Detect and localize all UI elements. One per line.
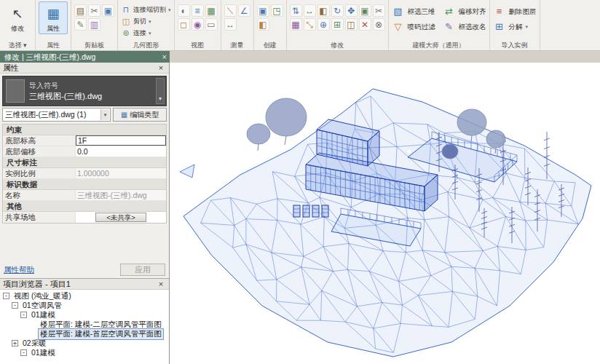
offset-tool-icon[interactable]: ↔ [304,4,316,17]
join-unjoin-tool-icon[interactable]: ⊗ [373,18,385,31]
tool-label: 剪切 [133,17,146,26]
tool-label: 分解 [509,23,523,32]
apply-button[interactable]: 应用 [120,264,165,276]
property-value[interactable]: 1F [76,135,166,146]
property-label: 底部偏移 [3,146,76,157]
thin-lines-tool-icon[interactable]: ≡ [192,4,204,17]
hide-element-tool-icon[interactable]: ◻ [178,18,190,31]
chevron-down-icon[interactable]: ▾ [100,109,109,120]
cope-tool[interactable]: ⊓连接端切割▾ [121,4,171,15]
pin-tool-icon[interactable]: ⊞ [331,18,344,31]
tree-item-label: 01建模 [29,347,58,359]
dimension-tool-icon[interactable]: ↔ [224,18,237,31]
reveal-hidden-tool-icon[interactable]: ◉ [192,18,204,31]
property-row: 实例比例1.000000 [3,168,166,179]
tree-leaf-spacer [29,331,36,337]
edit-type-button[interactable]: ▦ 编辑类型 [113,108,167,122]
properties-help-link[interactable]: 属性帮助 [4,265,34,275]
project-browser-header: 项目浏览器 - 项目1 × [0,279,169,290]
tool-label: 偏移对齐 [459,7,486,17]
join-geometry-tool-icon: ⊚ [121,28,131,38]
measure-tool-icon[interactable]: ⟍ [224,4,237,17]
collapse-icon[interactable]: - [12,302,18,309]
properties-toggle[interactable]: ▦属性 [39,1,68,34]
panel-label-properties: 属性 [39,40,68,50]
property-value: <未共享> [76,212,166,223]
explode-button[interactable]: ⊞分解▾ [493,20,537,33]
collapse-icon[interactable]: - [20,349,27,356]
match-properties-tool-icon[interactable]: ▥ [88,18,100,31]
instance-filter-combo[interactable]: 三维视图-(三维).dwg (1) ▾ [2,108,111,122]
properties-title: 属性 [3,63,19,74]
box-select-3d-button[interactable]: ▧框选三维 [392,5,435,18]
property-value: 三维视图-(三维).dwg [76,190,166,200]
array-tool-icon[interactable]: ▦ [290,18,302,31]
3d-model-canvas[interactable] [170,63,600,364]
type-name: 三维视图-(三维).dwg [29,91,102,102]
properties-palette-header: 属性 × [0,63,169,74]
mirror-tool-icon[interactable]: ◧ [317,4,330,17]
shared-site-button[interactable]: <未共享> [95,213,146,222]
collapse-icon[interactable]: - [20,312,27,318]
unpin-tool-icon[interactable]: ◫ [345,18,358,31]
property-section-约束: 约束 [3,124,166,135]
panel-label-geometry: 几何图形 [121,40,171,50]
project-browser: 项目浏览器 - 项目1 × -视图 (鸿业_暖通)-01空调风管-01建模楼层平… [0,278,169,364]
match-type-tool-icon[interactable]: ✎ [74,18,87,31]
crop-view-tool-icon[interactable]: ▭ [205,18,218,31]
trim-tool-icon[interactable]: ⊕ [317,18,330,31]
copy-tool-icon[interactable]: ▣ [102,4,114,17]
close-icon[interactable]: × [156,63,166,72]
project-browser-tree: -视图 (鸿业_暖通)-01空调风管-01建模楼层平面: 建模-二层空调风管平面… [0,290,169,364]
offset-align-button[interactable]: ⇄偏移对齐 [443,5,486,18]
chevron-down-icon: ▾ [149,19,151,25]
cut-geometry-tool-icon: ◫ [121,17,131,26]
panel-label-create: 创建 [257,40,283,50]
ribbon-panel-clipboard: ▤✂▣✎▥剪贴板 [71,0,118,50]
scale-tool-icon[interactable]: ⤡ [304,18,316,31]
tree-item[interactable]: +02采暖 [1,339,169,348]
visibility-tool-icon[interactable]: ◐ [178,4,190,17]
delete-tool-icon[interactable]: ✕ [359,18,371,31]
close-icon[interactable]: × [162,51,167,63]
create-group-tool-icon[interactable]: ▣ [257,4,269,17]
close-icon[interactable]: × [156,280,166,288]
split-tool-icon[interactable]: ✂ [373,4,385,17]
type-selector[interactable]: 导入符号 三维视图-(三维).dwg ▾ [2,76,167,106]
instance-filter-value: 三维视图-(三维).dwg (1) [5,110,86,119]
left-dock: 属性 × 导入符号 三维视图-(三维).dwg ▾ 三维视图-(三维).dwg … [0,63,170,364]
ribbon-panel-modify: ⇅↔◧↻✥▣✂▦⤡⊕⊞◫✕⊗修改 [287,0,389,50]
property-value[interactable]: 0.0 [76,146,166,157]
property-section-标识数据: 标识数据 [3,179,166,190]
delete-layers-button[interactable]: ≡删除图层 [493,5,537,18]
cut-tool-icon[interactable]: ✂ [88,4,100,17]
join-geometry-tool[interactable]: ⊚连接▾ [121,28,171,39]
modify-tool[interactable]: ↖修改 [3,1,32,34]
box-rename-button[interactable]: ✎框选改名 [443,20,486,33]
type-category: 导入符号 [29,81,102,91]
tree-item[interactable]: -01建模 [1,348,169,357]
properties-grid: 约束底部标高1F底部偏移0.0尺寸标注实例比例1.000000标识数据名称三维视… [2,124,167,223]
3d-viewport[interactable] [170,63,600,364]
tool-label: 框选三维 [408,7,435,17]
property-row: 名称三维视图-(三维).dwg [3,190,166,201]
tool-label: 连接 [133,28,146,38]
expand-icon[interactable]: + [12,340,18,347]
rotate-tool-icon[interactable]: ↻ [331,4,344,17]
angle-measure-tool-icon[interactable]: ∠ [238,4,250,17]
properties-footer: 属性帮助 应用 [0,261,169,278]
cut-geometry-tool[interactable]: ◫剪切▾ [121,16,171,27]
collapse-icon[interactable]: - [3,293,9,299]
move-tool-icon[interactable]: ✥ [345,4,358,17]
legend-tool-icon[interactable]: ◧ [257,18,269,31]
chevron-down-icon[interactable]: ▾ [156,78,165,104]
graphics-tool-icon[interactable]: ▦ [205,4,218,17]
explode-button-icon: ⊞ [493,20,506,33]
filter-select-button[interactable]: ▽喷码过滤 [392,20,435,33]
create-similar-tool-icon[interactable]: ◳ [271,4,283,17]
tree-item[interactable]: -01空调风管 [1,301,169,310]
align-tool-icon[interactable]: ⇅ [290,4,302,17]
copy-element-tool-icon[interactable]: ▣ [359,4,371,17]
panel-label-measure: 测量 [224,40,250,50]
paste-tool-icon[interactable]: ▤ [74,4,87,17]
